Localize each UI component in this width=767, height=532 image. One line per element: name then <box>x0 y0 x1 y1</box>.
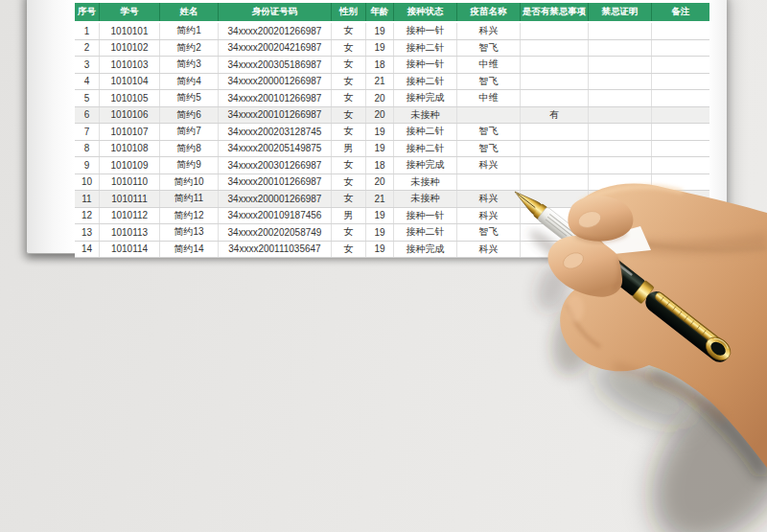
cell: 34xxxx200205149875 <box>219 140 332 157</box>
cell <box>521 124 589 141</box>
cell <box>521 241 589 258</box>
cell: 1010104 <box>100 73 160 90</box>
cell: 3 <box>75 57 100 74</box>
cell: 简约8 <box>160 140 219 157</box>
table-row: 61010106简约634xxxx200101266987女20未接种有 <box>75 106 709 124</box>
header-row: 序号学号姓名身份证号码性别年龄接种状态疫苗名称是否有禁忌事项禁忌证明备注 <box>75 3 709 22</box>
cell: 20 <box>366 106 394 124</box>
cell <box>652 22 710 39</box>
cell: 未接种 <box>394 191 457 208</box>
cell <box>652 57 710 74</box>
cell: 1010105 <box>100 90 160 107</box>
cell: 接种二针 <box>394 73 457 90</box>
cell: 接种一针 <box>394 207 457 224</box>
table-row: 91010109简约934xxxx200301266987女18接种完成科兴 <box>75 157 709 174</box>
cell: 34xxxx200201266987 <box>219 22 332 39</box>
cell: 女 <box>332 22 366 39</box>
cell <box>521 157 589 174</box>
cell: 简约9 <box>160 157 219 174</box>
cell <box>652 124 710 141</box>
cell: 34xxxx200001266987 <box>219 73 332 90</box>
cell: 简约13 <box>160 224 219 242</box>
cell: 1010112 <box>100 207 160 224</box>
paper-left-shade <box>27 0 75 253</box>
table-row: 11010101简约134xxxx200201266987女19接种一针科兴 <box>75 22 709 39</box>
cell: 19 <box>366 207 394 224</box>
cell: 1010103 <box>100 57 160 74</box>
cell: 简约6 <box>160 106 219 124</box>
cell: 科兴 <box>457 207 521 224</box>
cell <box>589 191 652 208</box>
cell: 19 <box>366 241 394 258</box>
table-row: 41010104简约434xxxx200001266987女21接种二针智飞 <box>75 73 709 90</box>
column-header: 接种状态 <box>394 3 457 22</box>
cell: 未接种 <box>394 173 457 191</box>
cell: 4 <box>75 73 100 90</box>
spreadsheet-paper: 序号学号姓名身份证号码性别年龄接种状态疫苗名称是否有禁忌事项禁忌证明备注 110… <box>27 0 727 254</box>
cell <box>589 173 652 191</box>
cell: 21 <box>366 191 394 208</box>
cell: 中维 <box>457 90 521 107</box>
cell: 1010110 <box>100 173 160 191</box>
cell: 女 <box>332 224 366 242</box>
cell: 1010101 <box>100 22 160 39</box>
cell: 18 <box>366 157 394 174</box>
cell: 智飞 <box>457 140 521 157</box>
cell <box>589 90 652 107</box>
column-header: 性别 <box>332 3 366 22</box>
cell: 科兴 <box>457 157 521 174</box>
table-row: 81010108简约834xxxx200205149875男19接种二针智飞 <box>75 140 709 157</box>
paper-right-shade <box>708 0 727 253</box>
cell <box>652 73 710 90</box>
cell: 女 <box>332 124 366 141</box>
cell <box>652 224 710 242</box>
cell <box>457 173 521 191</box>
cell: 8 <box>75 140 100 157</box>
cell: 智飞 <box>457 39 521 57</box>
cell: 简约11 <box>160 191 219 208</box>
cell: 19 <box>366 124 394 141</box>
hand-shadow <box>525 225 767 532</box>
cell: 19 <box>366 140 394 157</box>
cell: 男 <box>332 207 366 224</box>
cell <box>652 39 710 57</box>
table-row: 71010107简约734xxxx200203128745女19接种二针智飞 <box>75 124 709 141</box>
cell: 34xxxx200111035647 <box>219 241 332 258</box>
cell: 1010111 <box>100 191 160 208</box>
cell: 接种完成 <box>394 90 457 107</box>
cell: 19 <box>366 39 394 57</box>
cell <box>521 22 589 39</box>
cell: 接种二针 <box>394 39 457 57</box>
cell <box>589 207 652 224</box>
cell: 6 <box>75 106 100 124</box>
cell <box>521 207 589 224</box>
cell: 1010107 <box>100 124 160 141</box>
cell: 1010109 <box>100 157 160 174</box>
cell: 14 <box>75 241 100 258</box>
cell: 1010102 <box>100 39 160 57</box>
column-header: 年龄 <box>366 3 394 22</box>
cell: 34xxxx200305186987 <box>219 57 332 74</box>
cell: 1 <box>75 22 100 39</box>
cell: 简约10 <box>160 173 219 191</box>
cell <box>652 157 710 174</box>
pen-center-band <box>632 280 654 304</box>
cell <box>652 106 710 124</box>
cell: 19 <box>366 224 394 242</box>
cell: 中维 <box>457 57 521 74</box>
cell: 女 <box>332 57 366 74</box>
cell: 简约7 <box>160 124 219 141</box>
cell: 接种二针 <box>394 224 457 242</box>
cell <box>589 22 652 39</box>
cell <box>652 207 710 224</box>
cell <box>589 241 652 258</box>
cell <box>589 140 652 157</box>
cell <box>521 39 589 57</box>
pen-clip <box>654 290 724 348</box>
column-header: 疫苗名称 <box>457 3 521 22</box>
cell: 1010113 <box>100 224 160 242</box>
cell: 简约14 <box>160 241 219 258</box>
cell: 女 <box>332 106 366 124</box>
cell: 接种一针 <box>394 57 457 74</box>
cell: 女 <box>332 73 366 90</box>
